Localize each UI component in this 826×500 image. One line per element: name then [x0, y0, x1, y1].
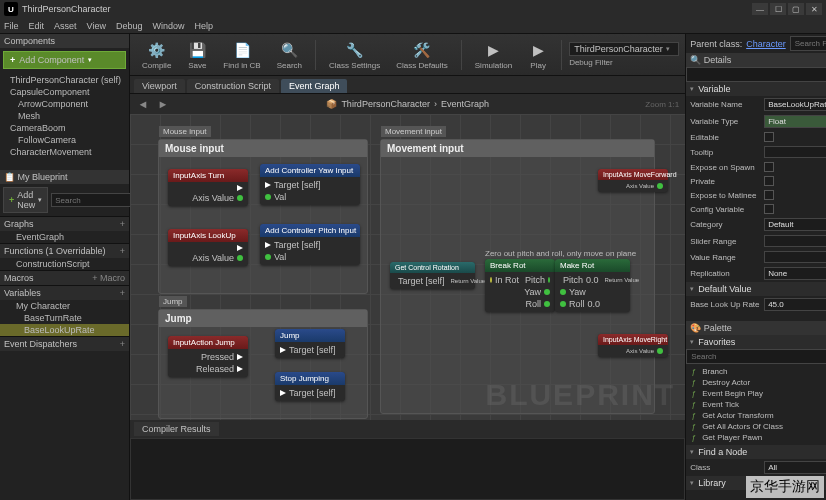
- node-inputaction-jump[interactable]: InputAction Jump Pressed Released: [168, 336, 248, 377]
- node-inputaxis-moveright[interactable]: InputAxis MoveRight Axis Value: [598, 334, 668, 357]
- debug-object-dropdown[interactable]: ThirdPersonCharacter: [569, 42, 679, 56]
- nav-back-button[interactable]: ◄: [136, 97, 150, 111]
- palette-item-playerpawn[interactable]: Get Player Pawn: [688, 432, 826, 443]
- section-default-value[interactable]: Default Value: [686, 282, 826, 296]
- field-value-range[interactable]: [764, 251, 826, 263]
- nav-forward-button[interactable]: ►: [156, 97, 170, 111]
- node-stop-jumping[interactable]: Stop Jumping Target [self]: [275, 372, 345, 401]
- node-make-rot[interactable]: Make Rot Pitch 0.0Return Value Yaw Roll …: [555, 259, 630, 312]
- label-category: Category: [690, 220, 760, 229]
- add-new-button[interactable]: Add New: [3, 187, 48, 213]
- checkbox-config[interactable]: [764, 204, 774, 214]
- find-button[interactable]: 📄Find in CB: [217, 38, 266, 72]
- left-panel: Components +Add Component ThirdPersonCha…: [0, 34, 130, 500]
- tree-item-capsule[interactable]: CapsuleComponent: [2, 86, 127, 98]
- function-item-construction[interactable]: ConstructionScript: [0, 258, 129, 270]
- restore-button[interactable]: ▢: [788, 3, 804, 15]
- palette-favorites[interactable]: Favorites: [686, 335, 826, 349]
- play-button[interactable]: ▶Play: [522, 38, 554, 72]
- field-tooltip[interactable]: [764, 146, 826, 158]
- tab-eventgraph[interactable]: Event Graph: [281, 79, 348, 93]
- add-component-button[interactable]: +Add Component: [3, 51, 126, 69]
- compiler-results-tab[interactable]: Compiler Results: [134, 422, 219, 436]
- menu-asset[interactable]: Asset: [54, 21, 77, 31]
- parent-class-link[interactable]: Character: [746, 39, 786, 49]
- class-defaults-button[interactable]: 🛠️Class Defaults: [390, 38, 454, 72]
- search-button[interactable]: 🔍Search: [271, 38, 308, 72]
- label-config: Config Variable: [690, 205, 760, 214]
- palette-item-branch[interactable]: Branch: [688, 366, 826, 377]
- menu-debug[interactable]: Debug: [116, 21, 143, 31]
- node-inputaxis-lookup[interactable]: InputAxis LookUp Axis Value: [168, 229, 248, 266]
- palette-item-allactors[interactable]: Get All Actors Of Class: [688, 421, 826, 432]
- palette-item-destroy[interactable]: Destroy Actor: [688, 377, 826, 388]
- breadcrumb-root[interactable]: ThirdPersonCharacter: [341, 99, 430, 109]
- section-graphs[interactable]: Graphs+: [0, 216, 129, 231]
- checkbox-expose-matinee[interactable]: [764, 190, 774, 200]
- help-search[interactable]: [790, 36, 826, 51]
- menu-edit[interactable]: Edit: [29, 21, 45, 31]
- node-inputaxis-moveforward[interactable]: InputAxis MoveForward Axis Value: [598, 169, 668, 192]
- titlebar: U ThirdPersonCharacter — ☐ ▢ ✕: [0, 0, 826, 18]
- dropdown-class[interactable]: All: [764, 461, 826, 474]
- class-settings-button[interactable]: 🔧Class Settings: [323, 38, 386, 72]
- save-button[interactable]: 💾Save: [181, 38, 213, 72]
- maximize-button[interactable]: ☐: [770, 3, 786, 15]
- label-private: Private: [690, 177, 760, 186]
- dropdown-replication[interactable]: None: [764, 267, 826, 280]
- tab-construction[interactable]: Construction Script: [187, 79, 279, 93]
- section-variables[interactable]: Variables+: [0, 285, 129, 300]
- close-button[interactable]: ✕: [806, 3, 822, 15]
- tree-item-cameraboom[interactable]: CameraBoom: [2, 122, 127, 134]
- palette-search[interactable]: [686, 349, 826, 364]
- menu-file[interactable]: File: [4, 21, 19, 31]
- checkbox-private[interactable]: [764, 176, 774, 186]
- field-varname[interactable]: BaseLookUpRate: [764, 98, 826, 111]
- tree-item-charactermovement[interactable]: CharacterMovement: [2, 146, 127, 158]
- compile-button[interactable]: ⚙️Compile: [136, 38, 177, 72]
- dropdown-category[interactable]: Default: [764, 218, 826, 231]
- node-add-pitch[interactable]: Add Controller Pitch Input Target [self]…: [260, 224, 360, 265]
- compiler-output[interactable]: [130, 438, 685, 500]
- menu-window[interactable]: Window: [152, 21, 184, 31]
- menu-view[interactable]: View: [87, 21, 106, 31]
- minimize-button[interactable]: —: [752, 3, 768, 15]
- compiler-panel: Compiler Results: [130, 420, 685, 500]
- label-default-value: Base Look Up Rate: [690, 300, 760, 309]
- label-editable: Editable: [690, 133, 760, 142]
- group-mouse-input[interactable]: Mouse input Mouse input: [158, 139, 368, 294]
- node-jump[interactable]: Jump Target [self]: [275, 329, 345, 358]
- simulation-button[interactable]: ▶Simulation: [469, 38, 518, 72]
- tab-viewport[interactable]: Viewport: [134, 79, 185, 93]
- var-item-baseturnrate[interactable]: BaseTurnRate: [0, 312, 129, 324]
- var-item-baselookuprate[interactable]: BaseLookUpRate: [0, 324, 129, 336]
- var-item-mycharacter[interactable]: My Character: [0, 300, 129, 312]
- section-variable[interactable]: Variable: [686, 82, 826, 96]
- section-dispatchers[interactable]: Event Dispatchers+: [0, 336, 129, 351]
- find-node-section[interactable]: Find a Node: [686, 445, 826, 459]
- palette-item-tick[interactable]: Event Tick: [688, 399, 826, 410]
- graph-item-eventgraph[interactable]: EventGraph: [0, 231, 129, 243]
- node-inputaxis-turn[interactable]: InputAxis Turn Axis Value: [168, 169, 248, 206]
- palette-item-transform[interactable]: Get Actor Transform: [688, 410, 826, 421]
- palette-item-beginplay[interactable]: Event Begin Play: [688, 388, 826, 399]
- menu-help[interactable]: Help: [194, 21, 213, 31]
- field-vartype[interactable]: Float: [764, 115, 826, 128]
- tree-item-followcamera[interactable]: FollowCamera: [2, 134, 127, 146]
- details-search[interactable]: [686, 67, 826, 82]
- node-add-yaw[interactable]: Add Controller Yaw Input Target [self] V…: [260, 164, 360, 205]
- section-macros[interactable]: Macros+ Macro: [0, 270, 129, 285]
- checkbox-expose-spawn[interactable]: [764, 162, 774, 172]
- node-get-control-rotation[interactable]: Get Control Rotation Target [self]Return…: [390, 262, 475, 289]
- checkbox-editable[interactable]: [764, 132, 774, 142]
- breadcrumb-leaf[interactable]: EventGraph: [441, 99, 489, 109]
- tree-item-mesh[interactable]: Mesh: [2, 110, 127, 122]
- tree-item-arrow[interactable]: ArrowComponent: [2, 98, 127, 110]
- parent-class-label: Parent class:: [690, 39, 742, 49]
- tree-item-root[interactable]: ThirdPersonCharacter (self): [2, 74, 127, 86]
- graph-canvas[interactable]: Mouse input Mouse input InputAxis Turn A…: [130, 114, 685, 420]
- field-slider[interactable]: [764, 235, 826, 247]
- node-break-rot[interactable]: Break Rot In RotPitch Yaw Roll: [485, 259, 555, 312]
- section-functions[interactable]: Functions (1 Overridable)+: [0, 243, 129, 258]
- field-default-value[interactable]: 45.0: [764, 298, 826, 311]
